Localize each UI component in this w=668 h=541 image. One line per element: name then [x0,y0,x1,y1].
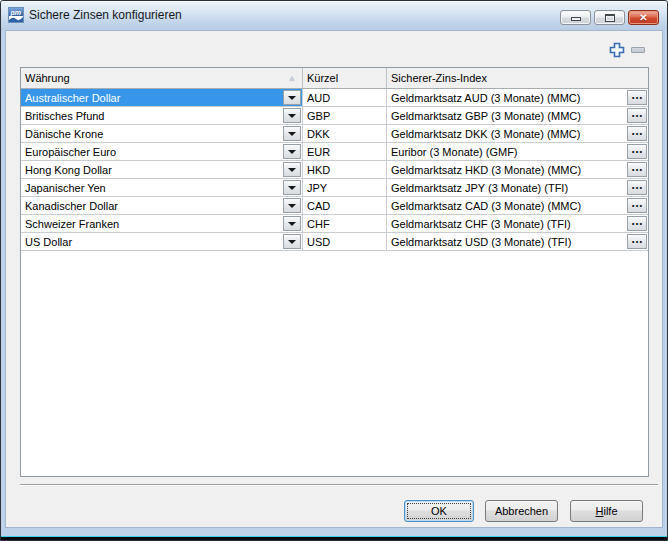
index-cell[interactable]: Geldmarktsatz DKK (3 Monate) (MMC) … [387,125,648,143]
currency-cell[interactable]: US Dollar [21,233,303,251]
table-row[interactable]: Schweizer Franken CHF Geldmarktsatz CHF … [21,215,648,233]
table-row[interactable]: Hong Kong Dollar HKD Geldmarktsatz HKD (… [21,161,648,179]
index-value: Geldmarktsatz DKK (3 Monate) (MMC) [387,125,648,140]
column-header-currency-label: Währung [25,72,70,84]
pm-app-icon[interactable]: pm [8,7,24,23]
code-cell[interactable]: USD [303,233,387,251]
table-row[interactable]: Japanischer Yen JPY Geldmarktsatz JPY (3… [21,179,648,197]
index-value: Geldmarktsatz GBP (3 Monate) (MMC) [387,107,648,122]
minimize-button[interactable] [560,10,591,25]
add-row-button[interactable] [608,41,626,59]
currency-cell[interactable]: Britisches Pfund [21,107,303,125]
index-cell[interactable]: Geldmarktsatz JPY (3 Monate) (TFI) … [387,179,648,197]
help-button[interactable]: Hilfe [570,500,643,522]
plus-icon [609,42,625,58]
currency-dropdown-button[interactable] [283,216,301,231]
currency-dropdown-button[interactable] [283,180,301,195]
table-row[interactable]: US Dollar USD Geldmarktsatz USD (3 Monat… [21,233,648,251]
currency-cell[interactable]: Dänische Krone [21,125,303,143]
code-value: EUR [303,143,386,158]
index-picker-button[interactable]: … [627,234,647,249]
index-picker-button[interactable]: … [627,108,647,123]
index-picker-button[interactable]: … [627,180,647,195]
currency-value: Schweizer Franken [21,215,302,230]
currency-cell[interactable]: Australischer Dollar [21,89,303,107]
currency-cell[interactable]: Hong Kong Dollar [21,161,303,179]
code-value: JPY [303,179,386,194]
code-cell[interactable]: HKD [303,161,387,179]
code-value: CHF [303,215,386,230]
remove-row-button[interactable] [629,41,647,59]
safe-rates-table: Währung ▲ Kürzel Sicherer-Zins-Index Aus… [20,67,649,477]
ok-button[interactable]: OK [404,500,474,522]
currency-dropdown-button[interactable] [283,162,301,177]
index-cell[interactable]: Geldmarktsatz CAD (3 Monate) (MMC) … [387,197,648,215]
index-picker-button[interactable]: … [627,198,647,213]
index-picker-button[interactable]: … [627,90,647,105]
index-cell[interactable]: Euribor (3 Monate) (GMF) … [387,143,648,161]
table-row[interactable]: Dänische Krone DKK Geldmarktsatz DKK (3 … [21,125,648,143]
currency-value: Kanadischer Dollar [21,197,302,212]
currency-dropdown-button[interactable] [283,198,301,213]
code-value: AUD [303,89,386,104]
index-cell[interactable]: Geldmarktsatz HKD (3 Monate) (MMC) … [387,161,648,179]
index-cell[interactable]: Geldmarktsatz CHF (3 Monate) (TFI) … [387,215,648,233]
ellipsis-icon: … [631,197,643,210]
close-icon: ✕ [639,13,647,23]
code-value: DKK [303,125,386,140]
index-picker-button[interactable]: … [627,216,647,231]
currency-value: Australischer Dollar [21,89,302,104]
index-value: Geldmarktsatz CHF (3 Monate) (TFI) [387,215,648,230]
titlebar[interactable]: pm Sichere Zinsen konfigurieren ✕ [1,1,667,30]
column-header-code[interactable]: Kürzel [303,68,387,88]
ellipsis-icon: … [631,143,643,156]
code-cell[interactable]: GBP [303,107,387,125]
currency-dropdown-button[interactable] [283,234,301,249]
code-cell[interactable]: CAD [303,197,387,215]
index-picker-button[interactable]: … [627,126,647,141]
code-cell[interactable]: AUD [303,89,387,107]
index-picker-button[interactable]: … [627,144,647,159]
currency-dropdown-button[interactable] [283,126,301,141]
currency-dropdown-button[interactable] [283,90,301,105]
currency-value: Europäischer Euro [21,143,302,158]
index-value: Geldmarktsatz AUD (3 Monate) (MMC) [387,89,648,104]
column-header-index-label: Sicherer-Zins-Index [391,72,487,84]
code-cell[interactable]: JPY [303,179,387,197]
cancel-button[interactable]: Abbrechen [485,500,558,522]
close-button[interactable]: ✕ [628,10,659,25]
table-row[interactable]: Kanadischer Dollar CAD Geldmarktsatz CAD… [21,197,648,215]
ellipsis-icon: … [631,161,643,174]
table-header-row: Währung ▲ Kürzel Sicherer-Zins-Index [21,68,648,89]
index-cell[interactable]: Geldmarktsatz USD (3 Monate) (TFI) … [387,233,648,251]
footer-separator [20,484,658,486]
currency-cell[interactable]: Japanischer Yen [21,179,303,197]
code-cell[interactable]: EUR [303,143,387,161]
currency-dropdown-button[interactable] [283,108,301,123]
code-cell[interactable]: DKK [303,125,387,143]
currency-value: Hong Kong Dollar [21,161,302,176]
currency-cell[interactable]: Kanadischer Dollar [21,197,303,215]
maximize-button[interactable] [594,10,625,25]
help-button-label: Hilfe [595,505,617,517]
index-value: Geldmarktsatz USD (3 Monate) (TFI) [387,233,648,248]
index-picker-button[interactable]: … [627,162,647,177]
column-header-index[interactable]: Sicherer-Zins-Index [387,68,648,88]
ok-button-label: OK [431,505,447,517]
table-row[interactable]: Europäischer Euro EUR Euribor (3 Monate)… [21,143,648,161]
chevron-down-icon [288,222,296,226]
table-row[interactable]: Britisches Pfund GBP Geldmarktsatz GBP (… [21,107,648,125]
index-value: Geldmarktsatz HKD (3 Monate) (MMC) [387,161,648,176]
currency-dropdown-button[interactable] [283,144,301,159]
code-cell[interactable]: CHF [303,215,387,233]
column-header-currency[interactable]: Währung ▲ [21,68,303,88]
index-value: Geldmarktsatz JPY (3 Monate) (TFI) [387,179,648,194]
table-row[interactable]: Australischer Dollar AUD Geldmarktsatz A… [21,89,648,107]
currency-cell[interactable]: Europäischer Euro [21,143,303,161]
index-cell[interactable]: Geldmarktsatz AUD (3 Monate) (MMC) … [387,89,648,107]
window-title: Sichere Zinsen konfigurieren [29,8,182,22]
code-value: GBP [303,107,386,122]
index-cell[interactable]: Geldmarktsatz GBP (3 Monate) (MMC) … [387,107,648,125]
chevron-down-icon [288,150,296,154]
currency-cell[interactable]: Schweizer Franken [21,215,303,233]
